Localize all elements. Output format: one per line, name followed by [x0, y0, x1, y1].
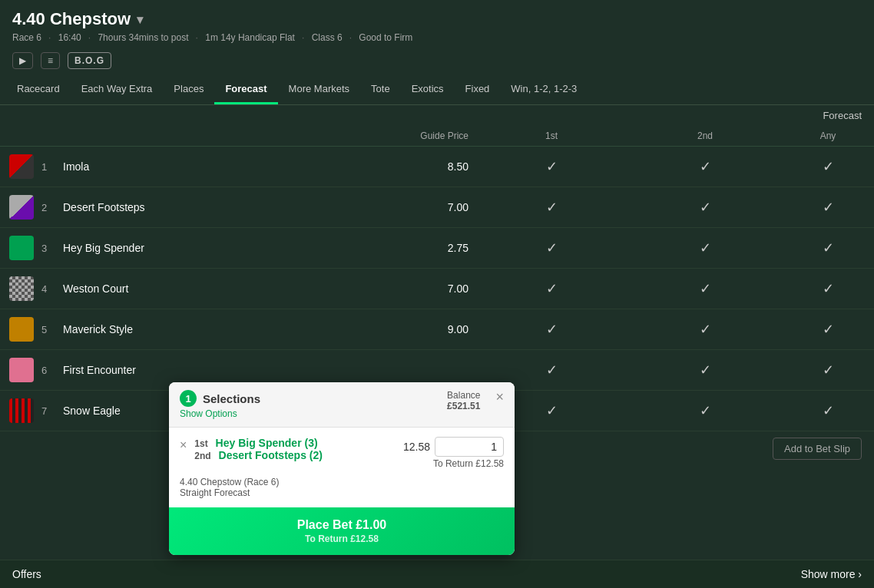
horse-info: 2 Desert Footsteps [0, 195, 382, 220]
tab-more-markets[interactable]: More Markets [278, 75, 360, 104]
balance-label: Balance [447, 390, 480, 401]
bet-slip-header: 1 Selections Show Options Balance £521.5… [169, 382, 515, 428]
horse-number: 2 [41, 202, 55, 213]
horse-name: Snow Eagle [63, 405, 121, 417]
bet-slip-body: × 1st Hey Big Spender (3) 2nd Desert Foo… [169, 428, 515, 507]
second-check[interactable]: ✓ [628, 321, 782, 338]
horse-number: 6 [41, 365, 55, 376]
tab-exotics[interactable]: Exotics [401, 75, 455, 104]
show-options-link[interactable]: Show Options [180, 408, 260, 419]
any-check[interactable]: ✓ [782, 362, 874, 378]
bet-meta: 4.40 Chepstow (Race 6) Straight Forecast [180, 474, 504, 498]
race-countdown: 7hours 34mins to post [98, 32, 188, 43]
first-position-row: 1st Hey Big Spender (3) [194, 437, 396, 449]
forecast-section-label: Forecast [823, 110, 862, 121]
col-second: 2nd [628, 130, 782, 141]
offers-label: Offers [12, 568, 41, 580]
table-row: 2 Desert Footsteps 7.00 ✓ ✓ ✓ [0, 187, 874, 228]
second-horse-name: Desert Footsteps (2) [219, 449, 323, 461]
second-check[interactable]: ✓ [628, 402, 782, 419]
show-more-link[interactable]: Show more › [801, 568, 862, 580]
tab-win123[interactable]: Win, 1-2, 1-2-3 [500, 75, 588, 104]
tab-eachway[interactable]: Each Way Extra [71, 75, 164, 104]
horse-silks [9, 195, 34, 220]
horse-name: Imola [63, 160, 89, 173]
tab-forecast[interactable]: Forecast [214, 75, 277, 104]
horse-number: 5 [41, 324, 55, 335]
first-check[interactable]: ✓ [475, 321, 628, 338]
col-first: 1st [475, 130, 628, 141]
first-check[interactable]: ✓ [475, 362, 628, 378]
bet-slip-title-row: 1 Selections [180, 390, 260, 407]
second-position-label: 2nd [194, 451, 210, 461]
video-button[interactable]: ▶ [12, 52, 33, 69]
action-icons-row: ▶ ≡ B.O.G [0, 46, 874, 75]
return-label: To Return £12.58 [403, 458, 504, 469]
bet-type: Straight Forecast [180, 487, 504, 498]
horse-name: Hey Big Spender [63, 242, 144, 254]
tab-racecard[interactable]: Racecard [6, 75, 71, 104]
horse-silks [9, 276, 34, 301]
any-check[interactable]: ✓ [782, 239, 874, 256]
race-class: Class 6 [312, 32, 343, 43]
balance-amount: £521.51 [447, 401, 480, 411]
nav-tabs: Racecard Each Way Extra Places Forecast … [0, 75, 874, 105]
any-check[interactable]: ✓ [782, 402, 874, 419]
racecard-icon-button[interactable]: ≡ [41, 52, 60, 69]
first-check[interactable]: ✓ [475, 199, 628, 216]
col-horse [0, 130, 382, 141]
race-number: Race 6 [12, 32, 41, 43]
horse-number: 1 [41, 161, 55, 173]
any-check[interactable]: ✓ [782, 199, 874, 216]
first-check[interactable]: ✓ [475, 239, 628, 256]
bet-row: × 1st Hey Big Spender (3) 2nd Desert Foo… [180, 437, 504, 469]
tab-tote[interactable]: Tote [360, 75, 401, 104]
selections-label: Selections [203, 392, 260, 405]
horse-info: 3 Hey Big Spender [0, 236, 382, 260]
stake-input[interactable] [435, 437, 504, 457]
race-title-dropdown[interactable]: ▾ [137, 12, 143, 27]
odds-display: 12.58 [403, 441, 430, 453]
second-check[interactable]: ✓ [628, 158, 782, 175]
horse-info: 1 Imola [0, 154, 382, 179]
table-row: 5 Maverick Style 9.00 ✓ ✓ ✓ [0, 309, 874, 350]
page-header: 4.40 Chepstow ▾ Race 6· 16:40· 7hours 34… [0, 0, 874, 46]
tab-places[interactable]: Places [163, 75, 214, 104]
any-check[interactable]: ✓ [782, 158, 874, 175]
guide-price: 7.00 [382, 282, 475, 295]
race-distance: 1m 14y Handicap Flat [205, 32, 295, 43]
race-meta: Race 6· 16:40· 7hours 34mins to post· 1m… [12, 32, 862, 43]
balance-info: Balance £521.51 [447, 390, 480, 411]
second-check[interactable]: ✓ [628, 362, 782, 378]
second-check[interactable]: ✓ [628, 239, 782, 256]
bog-button[interactable]: B.O.G [68, 52, 111, 69]
bet-details: 1st Hey Big Spender (3) 2nd Desert Foots… [194, 437, 396, 461]
bet-slip-panel: 1 Selections Show Options Balance £521.5… [169, 382, 515, 555]
any-check[interactable]: ✓ [782, 280, 874, 297]
horse-silks [9, 358, 34, 382]
horse-info: 5 Maverick Style [0, 317, 382, 342]
add-to-betslip-button[interactable]: Add to Bet Slip [773, 438, 862, 460]
first-check[interactable]: ✓ [475, 280, 628, 297]
race-going: Good to Firm [359, 32, 412, 43]
table-row: 3 Hey Big Spender 2.75 ✓ ✓ ✓ [0, 228, 874, 269]
horse-info: 6 First Encounter [0, 358, 382, 382]
first-check[interactable]: ✓ [475, 158, 628, 175]
col-guide-price: Guide Price [382, 130, 475, 141]
close-betslip-button[interactable]: × [495, 390, 504, 404]
second-check[interactable]: ✓ [628, 199, 782, 216]
forecast-header: Forecast [0, 105, 874, 126]
place-bet-label: Place Bet £1.00 [180, 518, 504, 532]
any-check[interactable]: ✓ [782, 321, 874, 338]
remove-bet-button[interactable]: × [180, 438, 187, 452]
tab-fixed[interactable]: Fixed [455, 75, 501, 104]
place-bet-button[interactable]: Place Bet £1.00 To Return £12.58 [169, 507, 515, 555]
horse-name: Desert Footsteps [63, 201, 145, 213]
race-title-row: 4.40 Chepstow ▾ [12, 9, 862, 29]
col-any: Any [782, 130, 874, 141]
second-check[interactable]: ✓ [628, 280, 782, 297]
horse-silks [9, 317, 34, 342]
guide-price: 8.50 [382, 160, 475, 173]
horse-number: 4 [41, 283, 55, 295]
offers-bar: Offers Show more › [0, 560, 874, 588]
